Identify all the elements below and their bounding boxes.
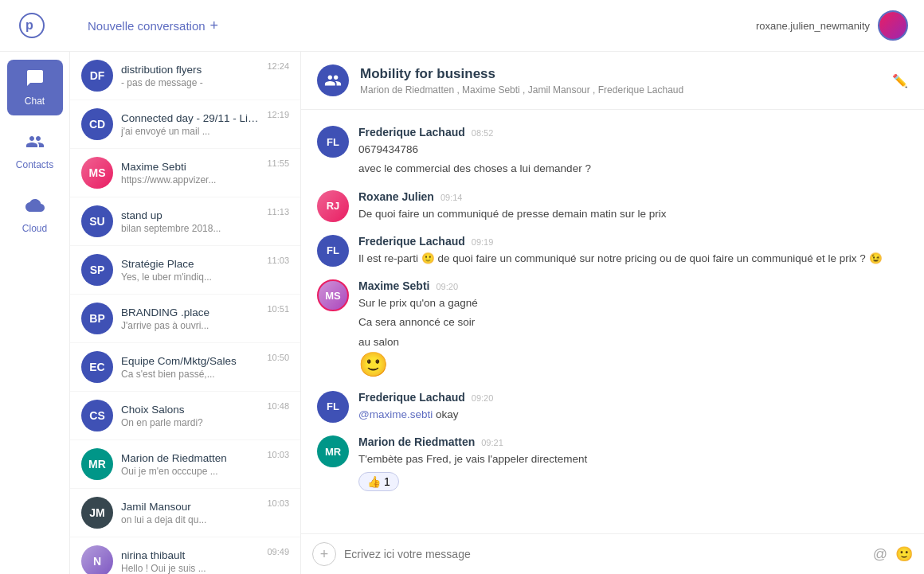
- message-group: FLFrederique Lachaud08:520679434786avec …: [317, 126, 908, 178]
- conv-avatar: MS: [81, 157, 113, 189]
- conversation-item[interactable]: SPStratégie PlaceYes, le uber m'indiq...…: [70, 246, 300, 295]
- mention-button[interactable]: @: [873, 546, 887, 563]
- conversation-item[interactable]: CSChoix SalonsOn en parle mardi?10:48: [70, 392, 300, 440]
- conv-avatar: CS: [81, 400, 113, 431]
- message-avatar: FL: [317, 391, 349, 423]
- conversation-item[interactable]: CDConnected day - 29/11 - Lill...j'ai en…: [70, 100, 300, 149]
- message-time: 09:20: [472, 393, 494, 403]
- conv-name: Choix Salons: [121, 404, 259, 416]
- message-time: 09:19: [472, 237, 494, 247]
- conv-preview: - pas de message -: [121, 77, 259, 88]
- message-text: Ca sera annoncé ce soir: [358, 314, 478, 330]
- message-emoji: 🙂: [358, 350, 478, 378]
- sidebar-item-cloud-label: Cloud: [22, 223, 47, 234]
- message-group: RJRoxane Julien09:14De quoi faire un com…: [317, 190, 908, 222]
- new-conversation-button[interactable]: Nouvelle conversation +: [88, 18, 218, 34]
- conv-content: Stratégie PlaceYes, le uber m'indiq...: [121, 258, 259, 283]
- message-avatar: MS: [317, 279, 349, 311]
- message-avatar: RJ: [317, 190, 349, 222]
- emoji-button[interactable]: 🙂: [895, 545, 913, 563]
- conv-time: 10:03: [267, 497, 289, 508]
- conv-name: Maxime Sebti: [121, 161, 259, 173]
- message-header: Frederique Lachaud09:19: [358, 235, 883, 248]
- message-text: Sur le prix qu'on a gagné: [358, 295, 478, 311]
- conv-avatar: CD: [81, 108, 113, 140]
- chat-input-area: + @ 🙂: [301, 533, 924, 574]
- conversation-item[interactable]: Nnirina thibaultHello ! Oui je suis ...0…: [70, 537, 300, 574]
- conv-time: 10:51: [267, 303, 289, 314]
- conversation-item[interactable]: BPBRANDING .placeJ'arrive pas à ouvri...…: [70, 295, 300, 343]
- message-header: Roxane Julien09:14: [358, 190, 666, 203]
- main-layout: Chat Contacts Cloud DFdistribution flyer…: [0, 52, 924, 574]
- message-group: MRMarion de Riedmatten09:21T'embète pas …: [317, 435, 908, 491]
- chat-group-avatar: [317, 64, 349, 96]
- conv-content: Equipe Com/Mktg/SalesCa s'est bien passé…: [121, 355, 259, 380]
- message-author: Frederique Lachaud: [358, 391, 465, 404]
- sidebar-item-chat[interactable]: Chat: [7, 60, 63, 115]
- conv-preview: Ca s'est bien passé,...: [121, 369, 259, 380]
- conv-content: nirina thibaultHello ! Oui je suis ...: [121, 549, 259, 574]
- conversation-item[interactable]: ECEquipe Com/Mktg/SalesCa s'est bien pas…: [70, 343, 300, 392]
- conv-preview: https://www.appvizer...: [121, 174, 259, 185]
- conv-preview: bilan septembre 2018...: [121, 223, 259, 234]
- chat-icon: [25, 68, 45, 92]
- add-attachment-button[interactable]: +: [312, 542, 336, 566]
- conv-avatar: N: [81, 545, 113, 574]
- sidebar-item-chat-label: Chat: [25, 96, 45, 107]
- message-author: Maxime Sebti: [358, 279, 429, 292]
- conversation-list: DFdistribution flyers- pas de message -1…: [70, 52, 301, 574]
- conv-content: Maxime Sebtihttps://www.appvizer...: [121, 161, 259, 185]
- message-text: au salon: [358, 334, 478, 350]
- conversation-item[interactable]: SUstand upbilan septembre 2018...11:13: [70, 197, 300, 246]
- message-group: FLFrederique Lachaud09:19Il est re-parti…: [317, 235, 908, 267]
- edit-icon[interactable]: ✏️: [892, 73, 908, 88]
- message-author: Marion de Riedmatten: [358, 435, 475, 448]
- conv-name: Equipe Com/Mktg/Sales: [121, 355, 259, 367]
- chat-area: Mobility for business Marion de Riedmatt…: [301, 52, 924, 574]
- message-text: T'embète pas Fred, je vais l'appeler dir…: [358, 451, 587, 467]
- conv-name: Marion de Riedmatten: [121, 452, 259, 464]
- message-content: Maxime Sebti09:20Sur le prix qu'on a gag…: [358, 279, 478, 378]
- conv-time: 09:49: [267, 545, 289, 556]
- conv-preview: Oui je m'en occcupe ...: [121, 466, 259, 477]
- conv-time: 11:13: [267, 205, 289, 217]
- conv-content: Jamil Mansouron lui a deja dit qu...: [121, 501, 259, 525]
- conv-time: 11:03: [267, 254, 289, 265]
- message-time: 09:14: [440, 193, 463, 202]
- conv-avatar: SP: [81, 254, 113, 286]
- conv-avatar: EC: [81, 351, 113, 383]
- chat-members: Marion de Riedmatten , Maxime Sebti , Ja…: [360, 84, 683, 96]
- conversation-item[interactable]: MRMarion de RiedmattenOui je m'en occcup…: [70, 440, 300, 489]
- user-avatar[interactable]: [878, 10, 908, 41]
- conversation-item[interactable]: JMJamil Mansouron lui a deja dit qu...10…: [70, 489, 300, 537]
- conv-preview: On en parle mardi?: [121, 417, 259, 428]
- conv-time: 12:19: [267, 108, 289, 119]
- conversation-item[interactable]: MSMaxime Sebtihttps://www.appvizer...11:…: [70, 149, 300, 197]
- avatar-image: [879, 12, 906, 39]
- conv-name: Stratégie Place: [121, 258, 259, 270]
- message-avatar: MR: [317, 435, 349, 467]
- reaction-badge[interactable]: 👍 1: [358, 472, 399, 491]
- chat-header: Mobility for business Marion de Riedmatt…: [301, 52, 924, 110]
- message-author: Roxane Julien: [358, 190, 434, 203]
- sidebar-item-cloud[interactable]: Cloud: [7, 187, 63, 243]
- conv-name: BRANDING .place: [121, 307, 259, 318]
- conv-name: nirina thibault: [121, 549, 259, 561]
- message-text: 0679434786: [358, 142, 591, 158]
- conv-name: Jamil Mansour: [121, 501, 259, 513]
- conv-content: Connected day - 29/11 - Lill...j'ai envo…: [121, 112, 259, 137]
- message-avatar: FL: [317, 235, 349, 267]
- plus-icon: +: [210, 18, 219, 34]
- chat-header-actions: ✏️: [892, 73, 908, 88]
- conv-time: 10:48: [267, 400, 289, 411]
- conv-time: 10:50: [267, 351, 289, 362]
- conv-avatar: BP: [81, 303, 113, 334]
- message-time: 08:52: [472, 128, 494, 138]
- conversation-item[interactable]: DFdistribution flyers- pas de message -1…: [70, 52, 300, 100]
- conv-content: Choix SalonsOn en parle mardi?: [121, 404, 259, 428]
- conv-name: distribution flyers: [121, 64, 259, 76]
- user-name: roxane.julien_newmanity: [756, 20, 870, 32]
- message-input[interactable]: [344, 548, 865, 560]
- sidebar-item-contacts[interactable]: Contacts: [7, 123, 63, 179]
- message-avatar: FL: [317, 126, 349, 158]
